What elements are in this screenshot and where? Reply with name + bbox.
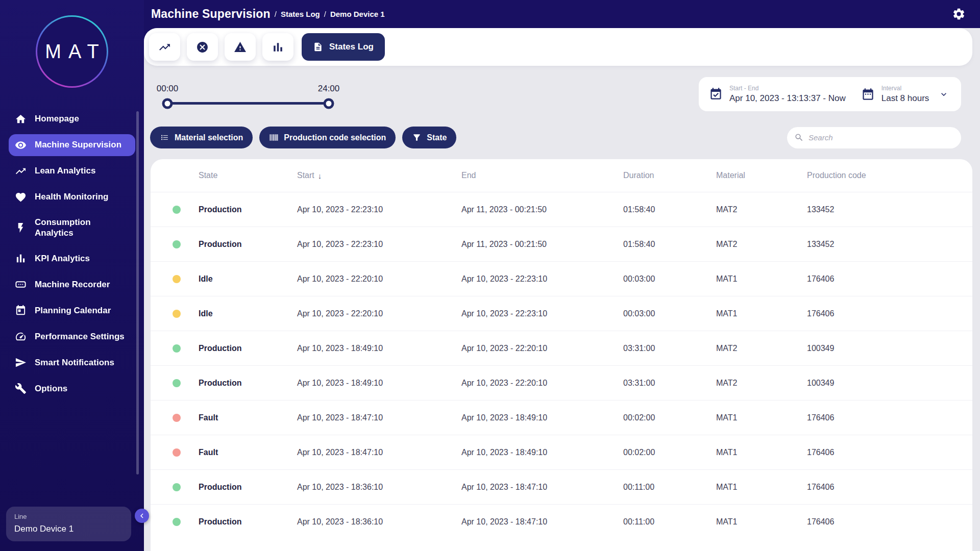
sidebar-item-label: Homepage <box>35 114 79 124</box>
sidebar-item-consumption-analytics[interactable]: Consumption Analytics <box>9 212 135 243</box>
column-header-material[interactable]: Material <box>716 171 807 180</box>
table-row[interactable]: ProductionApr 10, 2023 - 18:36:10Apr 10,… <box>151 469 972 504</box>
cell-material: MAT2 <box>716 240 807 249</box>
tab-analytics[interactable] <box>262 33 293 61</box>
table-row[interactable]: IdleApr 10, 2023 - 22:20:10Apr 10, 2023 … <box>151 261 972 296</box>
slider-track[interactable] <box>167 102 329 105</box>
sidebar-item-lean-analytics[interactable]: Lean Analytics <box>9 160 135 182</box>
cell-state-dot <box>151 414 199 422</box>
controls-row: 00:00 24:00 Start - End Apr 10, 2023 - 1… <box>150 77 961 111</box>
table-row[interactable]: IdleApr 10, 2023 - 22:20:10Apr 10, 2023 … <box>151 296 972 331</box>
start-end-picker[interactable]: Start - End Apr 10, 2023 - 13:13:37 - No… <box>709 85 846 104</box>
sidebar-item-kpi-analytics[interactable]: KPI Analytics <box>9 247 135 269</box>
filter-row: Material selectionProduction code select… <box>150 127 961 148</box>
table-row[interactable]: ProductionApr 10, 2023 - 18:36:10Apr 10,… <box>151 504 972 539</box>
table-row[interactable]: ProductionApr 10, 2023 - 18:49:10Apr 10,… <box>151 365 972 400</box>
slider-start-label: 00:00 <box>157 84 179 94</box>
column-header-production-code[interactable]: Production code <box>807 171 972 180</box>
table-row[interactable]: ProductionApr 10, 2023 - 22:23:10Apr 11,… <box>151 192 972 227</box>
tab-states-log-label: States Log <box>329 42 374 52</box>
state-dot <box>173 448 181 457</box>
tab-trend[interactable] <box>149 33 180 61</box>
cell-state: Production <box>199 344 297 353</box>
sidebar-collapse-button[interactable] <box>135 509 149 523</box>
tab-states-log[interactable]: States Log <box>302 33 385 61</box>
settings-gear-icon[interactable] <box>952 7 966 21</box>
cell-end: Apr 11, 2023 - 00:21:50 <box>461 205 623 214</box>
cell-duration: 03:31:00 <box>623 379 716 388</box>
cell-start: Apr 10, 2023 - 22:20:10 <box>297 274 461 284</box>
sidebar: MAT HomepageMachine SupervisionLean Anal… <box>0 0 144 551</box>
sort-desc-icon[interactable]: ↓ <box>318 171 322 180</box>
sidebar-scrollbar[interactable] <box>136 111 139 474</box>
state-dot <box>173 518 181 526</box>
column-header-end[interactable]: End <box>461 171 623 180</box>
cell-end: Apr 11, 2023 - 00:21:50 <box>461 240 623 249</box>
cell-state: Production <box>199 517 297 527</box>
table-row[interactable]: FaultApr 10, 2023 - 18:47:10Apr 10, 2023… <box>151 435 972 469</box>
sidebar-nav: HomepageMachine SupervisionLean Analytic… <box>0 108 144 399</box>
search-input[interactable] <box>808 133 954 142</box>
cell-production-code: 133452 <box>807 240 972 249</box>
slider-labels: 00:00 24:00 <box>167 84 329 94</box>
cell-production-code: 176406 <box>807 517 972 527</box>
recorder-icon <box>15 279 27 290</box>
slider-handle-start[interactable] <box>162 98 173 109</box>
sidebar-item-label: Options <box>35 384 67 394</box>
device-card[interactable]: Line Demo Device 1 <box>6 507 131 541</box>
column-header-state[interactable]: State <box>199 171 297 180</box>
cell-end: Apr 10, 2023 - 22:20:10 <box>461 344 623 353</box>
tab-alarms[interactable] <box>225 33 256 61</box>
cell-state-dot <box>151 379 199 387</box>
sidebar-item-homepage[interactable]: Homepage <box>9 108 135 130</box>
cell-state-dot <box>151 275 199 283</box>
sidebar-item-performance-settings[interactable]: Performance Settings <box>9 325 135 347</box>
filter-buttons: Material selectionProduction code select… <box>150 127 456 148</box>
cell-state-dot <box>151 206 199 214</box>
bars-icon <box>272 41 284 54</box>
barcode-icon <box>269 133 279 142</box>
logo: MAT <box>0 0 144 88</box>
filter-production-code-selection-button[interactable]: Production code selection <box>259 127 396 148</box>
table-row[interactable]: ProductionApr 10, 2023 - 22:23:10Apr 11,… <box>151 227 972 261</box>
sidebar-item-label: Consumption Analytics <box>35 217 129 238</box>
state-dot <box>173 206 181 214</box>
trend-icon <box>15 165 27 177</box>
interval-picker[interactable]: Interval Last 8 hours <box>861 85 949 104</box>
state-dot <box>173 483 181 491</box>
date-range-card: Start - End Apr 10, 2023 - 13:13:37 - No… <box>699 77 961 111</box>
bars-icon <box>15 253 27 264</box>
sidebar-item-health-monitoring[interactable]: Health Monitoring <box>9 186 135 208</box>
filter-state-button[interactable]: State <box>402 127 456 148</box>
error-circle-icon <box>196 41 209 54</box>
sidebar-item-planning-calendar[interactable]: Planning Calendar <box>9 299 135 321</box>
column-header-start[interactable]: Start↓ <box>297 171 461 180</box>
sidebar-item-label: Machine Supervision <box>35 140 121 151</box>
slider-handle-end[interactable] <box>324 98 334 109</box>
table-row[interactable]: ProductionApr 10, 2023 - 18:49:10Apr 10,… <box>151 331 972 365</box>
sidebar-item-machine-recorder[interactable]: Machine Recorder <box>9 273 135 295</box>
doc-list-icon <box>313 42 323 52</box>
trend-icon <box>158 41 171 54</box>
send-icon <box>15 357 27 368</box>
cell-state: Production <box>199 483 297 492</box>
sidebar-item-options[interactable]: Options <box>9 378 135 399</box>
sidebar-item-machine-supervision[interactable]: Machine Supervision <box>9 134 135 156</box>
cell-duration: 00:02:00 <box>623 413 716 422</box>
page-title: Machine Supervision <box>151 7 271 21</box>
breadcrumb-device[interactable]: Demo Device 1 <box>330 10 385 18</box>
chevron-left-icon <box>137 511 146 520</box>
filter-material-selection-button[interactable]: Material selection <box>150 127 253 148</box>
table-header: StateStart↓EndDurationMaterialProduction… <box>151 159 972 192</box>
logo-inner: MAT <box>37 17 107 86</box>
sidebar-item-smart-notifications[interactable]: Smart Notifications <box>9 352 135 373</box>
table-row[interactable]: FaultApr 10, 2023 - 18:47:10Apr 10, 2023… <box>151 400 972 435</box>
tab-errors[interactable] <box>187 33 218 61</box>
cell-material: MAT1 <box>716 483 807 492</box>
column-header-duration[interactable]: Duration <box>623 171 716 180</box>
cell-material: MAT1 <box>716 517 807 527</box>
breadcrumb-states-log[interactable]: States Log <box>281 10 320 18</box>
cell-end: Apr 10, 2023 - 22:20:10 <box>461 379 623 388</box>
list-icon <box>160 133 169 142</box>
sidebar-item-label: Lean Analytics <box>35 166 95 177</box>
